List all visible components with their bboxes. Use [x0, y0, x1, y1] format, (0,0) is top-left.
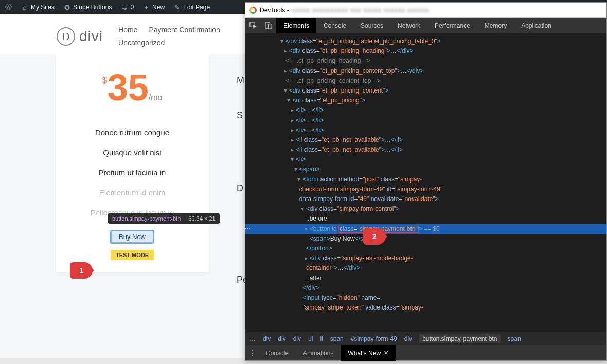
tab-performance[interactable]: Performance	[427, 18, 477, 33]
close-icon[interactable]: ✕	[384, 350, 388, 356]
comments-link[interactable]: 🗨0	[120, 3, 134, 11]
feature-item: Pretium ut lacinia in	[56, 162, 209, 183]
devtools-title: DevTools -	[260, 7, 289, 14]
devtools-tabs: Elements Console Sources Network Perform…	[276, 18, 559, 33]
devtools-url: xxxxx xxxxxxxxxx xxx xxxxx xxxxxx xxxxxx	[292, 7, 430, 14]
inspect-element-icon[interactable]	[245, 18, 261, 33]
bg-letter: M	[237, 75, 244, 86]
crumb[interactable]: #simpay-form-49	[351, 335, 397, 342]
currency-symbol: $	[102, 75, 108, 85]
site-name-link[interactable]: ✪Stripe Buttons	[63, 3, 112, 11]
logo-text: divi	[79, 28, 103, 45]
tooltip-selector: button.simpay-payment-btn	[112, 215, 181, 222]
feature-item-unavailable: Elementum id enim	[56, 183, 209, 203]
breadcrumb: … div div div ul li span #simpay-form-49…	[245, 332, 606, 345]
tab-application[interactable]: Application	[514, 18, 559, 33]
crumb[interactable]: div	[293, 335, 301, 342]
chrome-icon	[249, 7, 257, 14]
buy-now-button[interactable]: Buy Now	[111, 231, 153, 243]
devtools-toolbar: Elements Console Sources Network Perform…	[245, 18, 606, 33]
pricing-card: $35/mo Donec rutrum congue Quisque velit…	[56, 54, 209, 272]
new-label: New	[152, 4, 165, 11]
price: $35/mo	[56, 54, 209, 114]
tooltip-dimensions: 69.34 × 21	[185, 215, 215, 222]
crumb[interactable]: span	[330, 335, 344, 342]
svg-rect-2	[268, 24, 272, 29]
tab-network[interactable]: Network	[390, 18, 427, 33]
annotation-callout-2: 2	[363, 228, 386, 245]
crumb[interactable]: li	[320, 335, 323, 342]
inspector-tooltip: button.simpay-payment-btn 69.34 × 21	[108, 213, 220, 224]
new-link[interactable]: ＋New	[142, 3, 165, 11]
site-logo[interactable]: D divi	[0, 27, 103, 46]
crumb[interactable]: div	[278, 335, 285, 342]
crumb[interactable]: div	[263, 335, 271, 342]
tab-elements[interactable]: Elements	[276, 18, 316, 33]
feature-list: Donec rutrum congue Quisque velit nisi P…	[56, 114, 209, 228]
selected-dom-node[interactable]: ⋯ ▾<button id class="simpay-payment-btn"…	[245, 224, 606, 234]
nav-home[interactable]: Home	[118, 24, 137, 37]
annotation-callout-1: 1	[70, 262, 93, 279]
devtools-drawer: ⋮ Console Animations What's New✕	[245, 345, 606, 360]
crumb-overflow[interactable]: …	[249, 335, 256, 342]
comments-count: 0	[130, 4, 134, 11]
crumb[interactable]: ul	[308, 335, 313, 342]
bg-letter: S	[237, 110, 243, 121]
wp-logo[interactable]: ⓦ	[4, 3, 12, 11]
drawer-tab-console[interactable]: Console	[259, 345, 296, 361]
edit-page-label: Edit Page	[183, 4, 210, 11]
logo-icon: D	[57, 27, 75, 46]
primary-nav: Home Payment Confirmation Uncategorized	[118, 24, 220, 49]
device-toolbar-icon[interactable]	[261, 18, 276, 33]
tab-memory[interactable]: Memory	[477, 18, 514, 33]
drawer-menu-icon[interactable]: ⋮	[245, 348, 259, 358]
nav-payment-confirmation[interactable]: Payment Confirmation	[149, 24, 220, 37]
my-sites-label: My Sites	[31, 4, 55, 11]
bg-letter: D	[237, 183, 243, 194]
crumb[interactable]: span	[508, 335, 521, 342]
test-mode-badge: TEST MODE	[111, 250, 154, 260]
site-name-label: Stripe Buttons	[73, 4, 112, 11]
my-sites-link[interactable]: ⌂My Sites	[21, 3, 55, 11]
elements-panel[interactable]: ▾<div class=<div class="et_pb_pricing_ta…	[245, 33, 606, 332]
price-amount: 35	[108, 67, 149, 108]
tab-sources[interactable]: Sources	[353, 18, 390, 33]
drawer-tab-animations[interactable]: Animations	[296, 345, 341, 361]
tab-console[interactable]: Console	[316, 18, 353, 33]
drawer-tab-whats-new[interactable]: What's New✕	[341, 345, 396, 361]
nav-uncategorized[interactable]: Uncategorized	[118, 37, 165, 49]
crumb-active[interactable]: button.simpay-payment-btn	[419, 334, 500, 343]
feature-item: Donec rutrum congue	[56, 122, 209, 142]
crumb[interactable]: div	[404, 335, 412, 342]
edit-page-link[interactable]: ✎Edit Page	[173, 3, 210, 11]
devtools-titlebar[interactable]: DevTools - xxxxx xxxxxxxxxx xxx xxxxx xx…	[245, 3, 606, 18]
devtools-window: DevTools - xxxxx xxxxxxxxxx xxx xxxxx xx…	[245, 2, 607, 361]
feature-item: Quisque velit nisi	[56, 142, 209, 162]
price-period: /mo	[149, 93, 163, 102]
